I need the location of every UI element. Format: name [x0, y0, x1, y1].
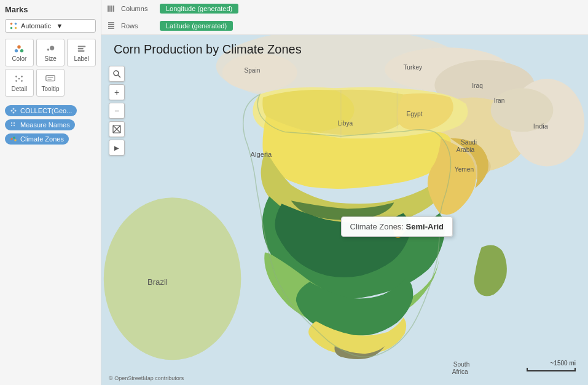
color-label: Color	[12, 55, 26, 62]
label-label: Label	[74, 55, 88, 62]
svg-point-14	[15, 80, 17, 82]
detail-icon	[14, 73, 25, 84]
svg-point-15	[21, 76, 23, 77]
svg-point-1	[15, 23, 17, 25]
label-icon	[76, 43, 87, 54]
svg-point-0	[10, 23, 13, 25]
rows-field-pill[interactable]: Latitude (generated)	[160, 21, 233, 31]
svg-rect-34	[113, 6, 114, 12]
svg-text:South: South	[453, 361, 470, 368]
geo-icon	[10, 107, 17, 114]
svg-text:Algeria: Algeria	[251, 151, 273, 158]
dropdown-arrow-icon: ▼	[57, 22, 92, 30]
svg-point-13	[18, 78, 20, 80]
measure-pill[interactable]: Measure Names	[5, 119, 75, 130]
scale-text: ~1500 mi	[551, 360, 576, 367]
tooltip-label: Climate Zones:	[350, 222, 406, 231]
climate-pill[interactable]: Climate Zones	[5, 133, 69, 145]
svg-point-63	[114, 71, 119, 76]
map-container: Algeria Libya Egypt Spain Turkey Iraq Ir…	[101, 35, 588, 385]
svg-point-8	[50, 46, 54, 50]
svg-point-2	[10, 27, 13, 30]
svg-point-29	[13, 137, 15, 139]
rows-label: Rows	[121, 22, 155, 30]
columns-icon	[106, 4, 116, 14]
columns-label: Columns	[121, 5, 155, 12]
svg-text:Iraq: Iraq	[472, 82, 483, 89]
geo-pill-label: COLLECT(Geo...	[20, 107, 72, 114]
svg-text:Brazil: Brazil	[147, 277, 168, 287]
color-button[interactable]: Color	[5, 39, 34, 66]
svg-text:Libya: Libya	[338, 120, 353, 127]
measure-pill-label: Measure Names	[20, 121, 70, 129]
zoom-out-icon: −	[114, 106, 119, 116]
pan-button[interactable]: ▶	[109, 140, 125, 156]
size-button[interactable]: Size	[36, 39, 65, 66]
svg-point-6	[20, 49, 23, 52]
svg-text:Arabia: Arabia	[457, 146, 475, 153]
svg-rect-38	[108, 28, 114, 29]
detail-button[interactable]: Detail	[5, 69, 34, 97]
svg-point-22	[15, 110, 17, 112]
rows-row: Rows Latitude (generated)	[101, 17, 588, 34]
svg-text:Iran: Iran	[494, 97, 505, 104]
columns-field-pill[interactable]: Longitude (generated)	[160, 4, 238, 14]
svg-point-3	[15, 27, 17, 30]
automatic-icon	[9, 22, 18, 30]
dropdown-label: Automatic	[21, 22, 57, 30]
svg-text:Turkey: Turkey	[404, 64, 423, 71]
svg-point-25	[14, 122, 15, 124]
tooltip-icon	[45, 73, 56, 84]
svg-point-4	[18, 46, 21, 49]
scale-line	[527, 368, 576, 371]
svg-point-28	[10, 138, 13, 140]
svg-point-7	[47, 49, 50, 51]
svg-text:Spain: Spain	[244, 67, 260, 74]
svg-point-16	[21, 80, 23, 82]
svg-point-30	[14, 139, 17, 141]
svg-rect-17	[46, 76, 55, 81]
pan-icon: ▶	[114, 145, 119, 151]
right-content: Columns Longitude (generated) Rows Latit…	[101, 0, 588, 385]
zoom-in-button[interactable]: +	[109, 84, 125, 100]
climate-icon	[10, 135, 17, 143]
svg-rect-31	[108, 6, 109, 12]
reset-button[interactable]	[109, 121, 125, 137]
map-title: Corn Production by Climate Zones	[114, 42, 302, 57]
rows-icon	[106, 21, 116, 31]
search-button[interactable]	[109, 66, 125, 82]
reset-icon	[112, 125, 121, 133]
svg-text:Egypt: Egypt	[407, 111, 423, 117]
scale-bar: ~1500 mi	[527, 360, 576, 371]
svg-point-12	[15, 76, 17, 77]
panel-title: Marks	[5, 5, 96, 14]
size-label: Size	[44, 55, 56, 62]
svg-rect-33	[111, 6, 112, 12]
top-toolbar: Columns Longitude (generated) Rows Latit…	[101, 0, 588, 35]
svg-text:India: India	[533, 122, 549, 130]
geo-pill[interactable]: COLLECT(Geo...	[5, 105, 77, 116]
tooltip-value: Semi-Arid	[406, 222, 444, 231]
measure-icon	[10, 121, 17, 129]
svg-rect-36	[108, 24, 114, 25]
detail-label: Detail	[12, 85, 28, 92]
map-tooltip: Climate Zones: Semi-Arid	[341, 216, 453, 237]
search-icon	[112, 69, 121, 78]
svg-point-26	[11, 125, 12, 126]
svg-rect-11	[77, 50, 84, 52]
svg-rect-9	[77, 46, 85, 47]
zoom-out-button[interactable]: −	[109, 103, 125, 119]
left-panel: Marks Automatic ▼ Color Size	[0, 0, 101, 385]
svg-point-21	[13, 108, 15, 110]
svg-rect-10	[77, 48, 83, 49]
label-button[interactable]: Label	[67, 39, 96, 66]
marks-type-dropdown[interactable]: Automatic ▼	[5, 19, 96, 33]
svg-point-5	[15, 49, 18, 52]
svg-text:Saudi: Saudi	[461, 139, 477, 146]
zoom-in-icon: +	[114, 87, 119, 97]
map-svg: Algeria Libya Egypt Spain Turkey Iraq Ir…	[101, 35, 588, 385]
svg-point-24	[11, 122, 12, 124]
tooltip-button[interactable]: Tooltip	[36, 69, 65, 97]
svg-point-20	[11, 110, 13, 112]
svg-rect-35	[108, 22, 114, 23]
